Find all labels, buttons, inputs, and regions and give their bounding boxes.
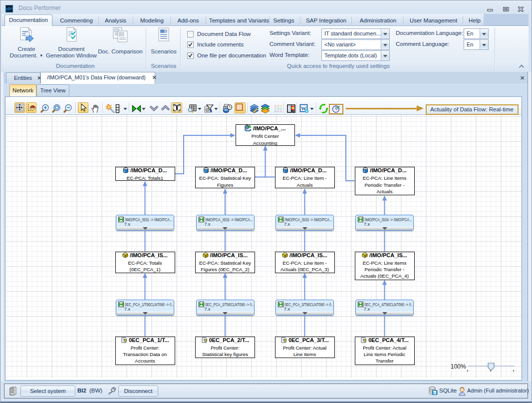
svg-text:dP: dP [6,6,12,11]
